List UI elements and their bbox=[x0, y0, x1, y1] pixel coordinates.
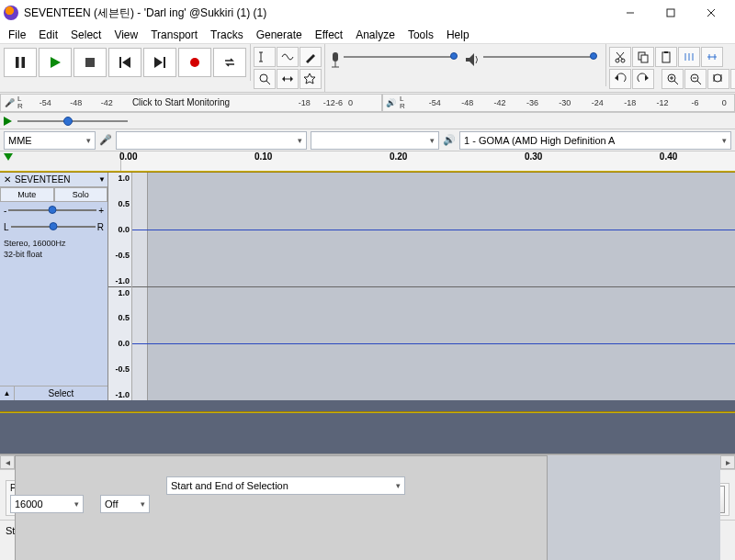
draw-tool[interactable] bbox=[300, 47, 322, 67]
mute-button[interactable]: Mute bbox=[0, 187, 54, 202]
svg-rect-22 bbox=[333, 52, 338, 62]
recording-volume-slider[interactable] bbox=[344, 47, 463, 84]
close-button[interactable] bbox=[691, 0, 731, 26]
playback-device-combo[interactable]: 1 - GOMA (AMD High Definition A bbox=[459, 131, 731, 150]
menu-tracks[interactable]: Tracks bbox=[204, 27, 250, 43]
selection-mode-combo[interactable]: Start and End of Selection bbox=[166, 476, 405, 495]
menu-select[interactable]: Select bbox=[64, 27, 107, 43]
toolbar bbox=[0, 44, 735, 93]
cut-button[interactable] bbox=[609, 47, 631, 67]
playback-meter[interactable]: 🔊 LR -54 -48 -42 -36 -30 -24 -18 -12 -6 … bbox=[382, 94, 735, 112]
track-close-button[interactable]: ✕ bbox=[2, 174, 13, 185]
svg-rect-33 bbox=[664, 51, 668, 53]
empty-track-area[interactable] bbox=[0, 412, 735, 454]
speaker-icon: 🔊 bbox=[383, 98, 400, 107]
start-monitoring-hint[interactable]: Click to Start Monitoring bbox=[27, 97, 335, 107]
collapse-button[interactable]: ▲ bbox=[0, 386, 15, 400]
recording-meter[interactable]: 🎤 LR -54 -48 -42 -18 -12 Click to Start … bbox=[0, 94, 382, 112]
project-rate-combo[interactable]: 16000 bbox=[10, 495, 84, 513]
titlebar: SEVENTEEN (세븐틴) - 'Darl ing' @Sukkiri (1… bbox=[0, 0, 735, 26]
waveform-area[interactable] bbox=[132, 173, 735, 400]
svg-point-16 bbox=[260, 74, 267, 82]
tracks-area: ✕ SEVENTEEN ▼ Mute Solo - + L R Stereo, … bbox=[0, 172, 735, 412]
speaker-icon: 🔊 bbox=[443, 134, 456, 146]
undo-button[interactable] bbox=[609, 69, 631, 89]
gain-slider[interactable]: - + bbox=[0, 202, 107, 218]
svg-rect-7 bbox=[85, 58, 95, 67]
menu-edit[interactable]: Edit bbox=[32, 27, 64, 43]
stop-button[interactable] bbox=[74, 48, 107, 77]
playhead-indicator bbox=[4, 153, 13, 161]
paste-button[interactable] bbox=[655, 47, 677, 67]
track-row: ✕ SEVENTEEN ▼ Mute Solo - + L R Stereo, … bbox=[0, 173, 735, 400]
svg-rect-11 bbox=[164, 57, 165, 68]
copy-button[interactable] bbox=[632, 47, 654, 67]
audio-host-combo[interactable]: MME bbox=[4, 131, 96, 150]
multi-tool[interactable] bbox=[300, 69, 322, 89]
menu-transport[interactable]: Transport bbox=[144, 27, 204, 43]
scroll-right-button[interactable]: ▸ bbox=[720, 455, 735, 469]
timeshift-tool[interactable] bbox=[277, 69, 299, 89]
play-at-speed-toolbar bbox=[0, 113, 735, 129]
track-select-button[interactable]: Select bbox=[15, 386, 107, 400]
svg-marker-6 bbox=[51, 57, 61, 68]
svg-marker-19 bbox=[282, 76, 285, 82]
record-button[interactable] bbox=[178, 48, 211, 77]
playback-speed-slider[interactable] bbox=[17, 115, 128, 128]
svg-line-45 bbox=[674, 81, 678, 84]
pause-button[interactable] bbox=[4, 48, 37, 77]
skip-end-button[interactable] bbox=[143, 48, 176, 77]
playback-volume-slider[interactable] bbox=[483, 47, 603, 84]
zoom-tool[interactable] bbox=[254, 69, 276, 89]
horizontal-scrollbar[interactable]: ◂ ▸ bbox=[0, 454, 735, 469]
app-icon bbox=[4, 6, 18, 20]
svg-rect-32 bbox=[662, 52, 670, 62]
skip-start-button[interactable] bbox=[108, 48, 141, 77]
recording-device-combo[interactable] bbox=[116, 131, 307, 150]
maximize-button[interactable] bbox=[650, 0, 691, 26]
vertical-scale[interactable]: 1.00.5 0.0-0.5 -1.0 1.00.5 0.0-0.5 -1.0 bbox=[108, 173, 132, 400]
solo-button[interactable]: Solo bbox=[54, 187, 108, 202]
redo-button[interactable] bbox=[632, 69, 654, 89]
tools-toolbar bbox=[251, 44, 325, 92]
track-name[interactable]: SEVENTEEN bbox=[15, 174, 96, 185]
menubar: File Edit Select View Transport Tracks G… bbox=[0, 26, 735, 44]
menu-view[interactable]: View bbox=[107, 27, 144, 43]
scroll-left-button[interactable]: ◂ bbox=[0, 455, 15, 469]
fit-project-button[interactable] bbox=[730, 69, 735, 89]
selection-tool[interactable] bbox=[254, 47, 276, 67]
zoom-in-button[interactable] bbox=[662, 69, 684, 89]
microphone-icon bbox=[328, 47, 343, 84]
trim-button[interactable] bbox=[678, 47, 700, 67]
edit-toolbar bbox=[606, 44, 735, 92]
loop-button[interactable] bbox=[213, 48, 246, 77]
svg-rect-5 bbox=[22, 57, 26, 68]
svg-point-12 bbox=[190, 58, 199, 67]
envelope-tool[interactable] bbox=[277, 47, 299, 67]
device-toolbar: MME 🎤 🔊 1 - GOMA (AMD High Definition A bbox=[0, 129, 735, 151]
window-title: SEVENTEEN (세븐틴) - 'Darl ing' @Sukkiri (1… bbox=[24, 6, 610, 21]
recording-channels-combo[interactable] bbox=[311, 131, 439, 150]
pan-slider[interactable]: L R bbox=[0, 218, 107, 235]
menu-help[interactable]: Help bbox=[440, 27, 476, 43]
menu-effect[interactable]: Effect bbox=[309, 27, 349, 43]
speaker-icon bbox=[464, 47, 482, 84]
transport-toolbar bbox=[0, 44, 251, 81]
menu-generate[interactable]: Generate bbox=[250, 27, 309, 43]
silence-button[interactable] bbox=[701, 47, 723, 67]
timeline-ruler[interactable]: 0.00 0.10 0.20 0.30 0.40 bbox=[0, 151, 735, 172]
meter-channels: LR bbox=[400, 95, 409, 110]
menu-tools[interactable]: Tools bbox=[401, 27, 440, 43]
fit-selection-button[interactable] bbox=[707, 69, 729, 89]
track-menu-button[interactable]: ▼ bbox=[98, 175, 106, 184]
svg-rect-31 bbox=[641, 55, 648, 62]
svg-rect-1 bbox=[667, 9, 674, 17]
snap-to-combo[interactable]: Off bbox=[100, 495, 150, 513]
play-at-speed-button[interactable] bbox=[4, 117, 12, 126]
minimize-button[interactable] bbox=[610, 0, 650, 26]
svg-rect-4 bbox=[16, 57, 19, 68]
zoom-out-button[interactable] bbox=[684, 69, 707, 89]
play-button[interactable] bbox=[39, 48, 72, 77]
menu-analyze[interactable]: Analyze bbox=[349, 27, 401, 43]
menu-file[interactable]: File bbox=[2, 27, 32, 43]
